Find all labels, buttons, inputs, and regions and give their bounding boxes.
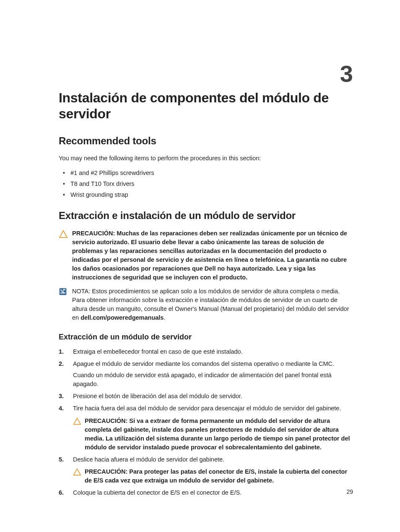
- tools-list: #1 and #2 Phillips screwdrivers T8 and T…: [59, 169, 354, 199]
- step-item: Deslice hacia afuera el módulo de servid…: [59, 455, 354, 485]
- chapter-number: 3: [340, 57, 353, 91]
- list-item: T8 and T10 Torx drivers: [59, 180, 354, 188]
- list-item: Wrist grounding strap: [59, 190, 354, 199]
- subsection-heading: Extracción de un módulo de servidor: [59, 331, 354, 342]
- step-item: Extraiga el embellecedor frontal en caso…: [59, 347, 354, 356]
- step-text: Coloque la cubierta del conector de E/S …: [73, 489, 242, 496]
- caution-lead: PRECAUCIÓN:: [85, 468, 129, 475]
- caution-icon: [59, 229, 68, 239]
- step-subtext: Cuando un módulo de servidor está apagad…: [73, 371, 354, 389]
- tools-intro: You may need the following items to perf…: [59, 154, 354, 163]
- step-caution-text: PRECAUCIÓN: Si va a extraer de forma per…: [85, 417, 354, 452]
- section-extract-heading: Extracción e instalación de un módulo de…: [59, 209, 354, 223]
- note-icon: [59, 287, 68, 297]
- step-text: Extraiga el embellecedor frontal en caso…: [73, 348, 243, 355]
- note-callout: NOTA: Estos procedimientos se aplican so…: [59, 287, 354, 322]
- caution-callout: PRECAUCIÓN: Muchas de las reparaciones d…: [59, 229, 354, 282]
- caution-lead: PRECAUCIÓN:: [72, 230, 117, 237]
- step-item: Apague el módulo de servidor mediante lo…: [59, 360, 354, 389]
- step-text: Tire hacia fuera del asa del módulo de s…: [73, 405, 341, 412]
- step-item: Tire hacia fuera del asa del módulo de s…: [59, 404, 354, 451]
- section-tools-heading: Recommended tools: [59, 134, 354, 149]
- step-text: Deslice hacia afuera el módulo de servid…: [73, 456, 224, 463]
- note-link: dell.com/poweredgemanuals: [81, 314, 164, 321]
- note-body-b: .: [164, 314, 165, 321]
- caution-text: PRECAUCIÓN: Muchas de las reparaciones d…: [72, 229, 354, 282]
- step-caution: PRECAUCIÓN: Para proteger las patas del …: [73, 467, 354, 485]
- page-number: 29: [346, 488, 353, 496]
- caution-icon: [73, 468, 81, 476]
- caution-lead: PRECAUCIÓN:: [85, 417, 129, 424]
- step-item: Presione el botón de liberación del asa …: [59, 392, 354, 401]
- step-item: Coloque la cubierta del conector de E/S …: [59, 488, 354, 497]
- step-text: Apague el módulo de servidor mediante lo…: [73, 360, 334, 367]
- step-text: Presione el botón de liberación del asa …: [73, 393, 242, 399]
- note-text: NOTA: Estos procedimientos se aplican so…: [72, 287, 354, 322]
- caution-body: Muchas de las reparaciones deben ser rea…: [72, 230, 347, 281]
- step-caution-text: PRECAUCIÓN: Para proteger las patas del …: [85, 467, 354, 485]
- steps-list: Extraiga el embellecedor frontal en caso…: [59, 347, 354, 497]
- caution-icon: [73, 417, 81, 425]
- note-lead: NOTA:: [72, 288, 92, 295]
- step-caution: PRECAUCIÓN: Si va a extraer de forma per…: [73, 417, 354, 452]
- page-title: Instalación de componentes del módulo de…: [59, 90, 354, 122]
- list-item: #1 and #2 Phillips screwdrivers: [59, 169, 354, 177]
